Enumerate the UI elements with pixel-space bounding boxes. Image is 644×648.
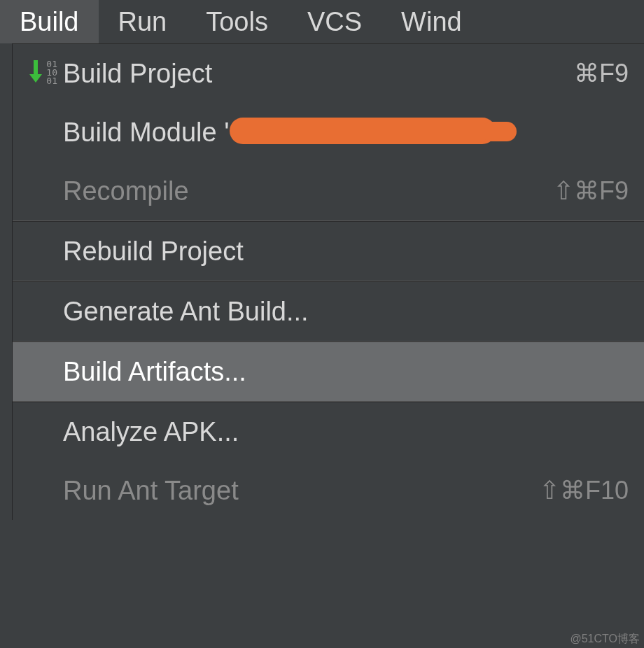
build-menu-dropdown: 011001 Build Project ⌘F9 Build Module ''… [13,43,644,520]
watermark: @51CTO博客 [570,632,640,647]
redacted-module-name [230,118,496,144]
menu-item-shortcut: ⇧⌘F10 [539,476,629,505]
menu-item-rebuild-project[interactable]: Rebuild Project [13,222,644,281]
menu-vcs[interactable]: VCS [288,0,382,43]
menu-label: Tools [206,7,268,37]
menu-item-label: Recompile [63,176,553,206]
menu-tools[interactable]: Tools [186,0,288,43]
menu-label: VCS [307,7,362,37]
menu-item-label: Build Artifacts... [63,357,629,387]
build-project-icon: 011001 [28,59,63,88]
menu-item-analyze-apk[interactable]: Analyze APK... [13,402,644,461]
menu-item-build-module[interactable]: Build Module '' [13,103,644,162]
menu-item-label: Rebuild Project [63,237,629,267]
menu-run[interactable]: Run [99,0,187,43]
menu-item-label: Build Module '' [63,118,629,148]
menu-item-shortcut: ⇧⌘F9 [553,176,629,206]
menu-build[interactable]: Build [0,0,99,43]
menu-item-recompile: Recompile ⇧⌘F9 [13,162,644,220]
menu-window[interactable]: Wind [382,0,482,43]
menu-label: Run [118,7,167,37]
menu-item-run-ant-target: Run Ant Target ⇧⌘F10 [13,461,644,520]
menu-item-shortcut: ⌘F9 [574,59,629,88]
menu-item-build-artifacts[interactable]: Build Artifacts... [13,342,644,401]
menu-item-label: Generate Ant Build... [63,297,629,327]
menu-item-label: Run Ant Target [63,476,539,506]
menu-item-label: Analyze APK... [63,417,629,447]
menu-item-generate-ant-build[interactable]: Generate Ant Build... [13,282,644,341]
menu-label: Wind [401,7,462,37]
menubar: Build Run Tools VCS Wind [0,0,644,43]
menu-label: Build [20,7,79,37]
menu-item-label: Build Project [63,59,574,89]
menu-item-build-project[interactable]: 011001 Build Project ⌘F9 [13,44,644,103]
